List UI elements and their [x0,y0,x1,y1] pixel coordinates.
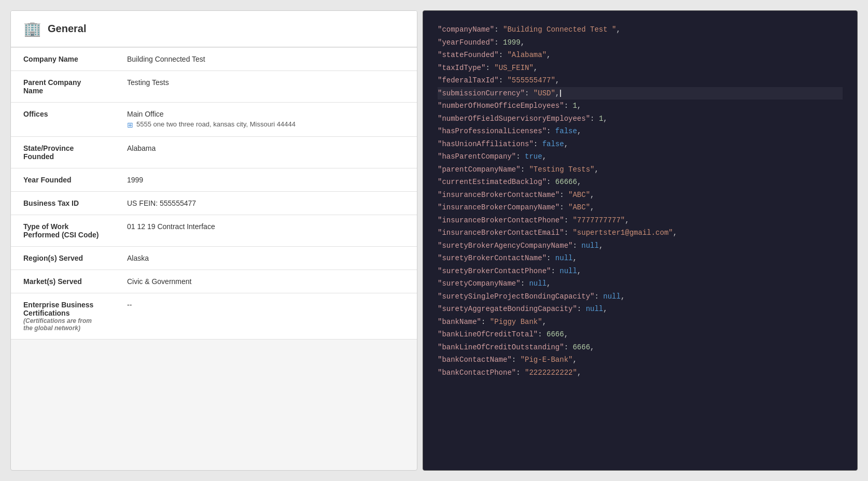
json-key: "federalTaxId" [438,76,499,84]
json-string-value: "Piggy Bank" [490,318,542,326]
json-line: "bankContactName": "Pig-E-Bank", [438,353,843,366]
json-string-value: "Building Connected Test " [503,25,616,34]
json-string-value: "supertster1@gmail.com" [572,229,673,237]
field-label: Year Founded [11,168,115,192]
json-key: "numberOfHomeOfficeEmployees" [438,102,564,110]
json-string-value: "ABC" [568,191,590,199]
json-line: "suretyBrokerContactPhone": null, [438,265,843,278]
json-key: "bankName" [438,318,481,326]
json-line: "bankContactPhone": "2222222222", [438,366,843,379]
json-key: "bankLineOfCreditTotal" [438,330,538,338]
json-line: "hasParentCompany": true, [438,150,843,163]
json-key: "suretyBrokerContactName" [438,254,547,262]
left-panel: 🏢 General Company NameBuilding Connected… [10,10,417,471]
json-number-value: 6666 [547,330,564,338]
json-key: "currentEstimatedBacklog" [438,178,547,186]
json-key: "stateFounded" [438,51,499,59]
field-value: Main Office⊞5555 one two three road, kan… [115,103,417,137]
json-key: "insuranceBrokerContactEmail" [438,229,564,237]
field-label: Enterprise Business Certifications(Certi… [11,293,115,339]
table-row: Company NameBuilding Connected Test [11,48,417,71]
table-row: OfficesMain Office⊞5555 one two three ro… [11,103,417,137]
json-string-value: "US_FEIN" [494,64,534,72]
json-key: "submissionCurrency" [438,89,525,97]
json-line: "suretyBrokerAgencyCompanyName": null, [438,239,843,252]
json-line: "hasProfessionalLicenses": false, [438,125,843,138]
json-key: "insuranceBrokerContactName" [438,191,559,199]
json-key: "suretyCompanyName" [438,279,521,288]
json-null-value: null [586,305,604,313]
json-line: "suretyBrokerContactName": null, [438,252,843,265]
json-line: "stateFounded": "Alabama", [438,49,843,62]
json-line: "insuranceBrokerContactName": "ABC", [438,189,843,202]
json-line: "bankLineOfCreditOutstanding": 6666, [438,341,843,354]
json-bool-value: false [542,140,564,148]
json-key: "insuranceBrokerContactPhone" [438,216,564,224]
json-line: "hasUnionAffiliations": false, [438,138,843,151]
json-line: "taxIdType": "US_FEIN", [438,62,843,75]
building-icon: 🏢 [23,20,41,37]
json-key: "bankContactPhone" [438,369,516,377]
field-value: Building Connected Test [115,48,417,71]
json-number-value: 1 [572,102,577,110]
json-key: "hasUnionAffiliations" [438,140,534,148]
json-line: "bankLineOfCreditTotal": 6666, [438,328,843,341]
json-null-value: null [581,242,599,250]
json-string-value: "555555477" [507,76,555,84]
field-value: Alabama [115,137,417,168]
json-key: "hasParentCompany" [438,152,516,161]
json-line: "insuranceBrokerContactEmail": "supertst… [438,227,843,239]
field-value: 01 12 19 Contract Interface [115,215,417,247]
field-value: Alaska [115,247,417,270]
json-line: "bankName": "Piggy Bank", [438,316,843,329]
json-key: "taxIdType" [438,64,485,72]
json-null-value: null [559,267,577,275]
json-line: "suretySingleProjectBondingCapacity": nu… [438,290,843,303]
field-label: Market(s) Served [11,270,115,293]
json-key: "yearFounded" [438,38,494,47]
cert-note: (Certifications are from the global netw… [23,317,102,332]
json-key: "companyName" [438,25,494,34]
field-label: Offices [11,103,115,137]
json-key: "bankContactName" [438,356,512,364]
json-bool-value: true [525,152,542,161]
field-value: US FEIN: 555555477 [115,192,417,215]
field-label: Parent Company Name [11,71,115,103]
json-line: "federalTaxId": "555555477", [438,74,843,87]
table-row: Market(s) ServedCivic & Government [11,270,417,293]
json-content: "companyName": "Building Connected Test … [438,23,843,379]
json-key: "numberOfFieldSupervisoryEmployees" [438,115,590,123]
json-string-value: "USD" [534,89,555,97]
json-key: "suretyBrokerAgencyCompanyName" [438,242,572,250]
json-line: "yearFounded": 1999, [438,36,843,49]
json-number-value: 1999 [503,38,521,47]
json-string-value: "ABC" [568,203,590,211]
field-label: Region(s) Served [11,247,115,270]
field-label: Business Tax ID [11,192,115,215]
cert-value: -- [127,301,132,309]
json-key: "hasProfessionalLicenses" [438,127,547,135]
json-string-value: "Testing Tests" [529,165,594,174]
json-line: "numberOfHomeOfficeEmployees": 1, [438,100,843,112]
office-name: Main Office [127,110,404,118]
json-key: "suretyAggregateBondingCapacity" [438,305,577,313]
json-key: "insuranceBrokerCompanyName" [438,203,559,211]
field-label: State/Province Founded [11,137,115,168]
json-null-value: null [555,254,573,262]
table-row: Type of Work Performed (CSI Code)01 12 1… [11,215,417,247]
json-line: "suretyCompanyName": null, [438,277,843,290]
json-null-value: null [529,279,547,288]
table-row: Parent Company NameTesting Tests [11,71,417,103]
json-null-value: null [603,292,621,301]
office-address-text: 5555 one two three road, kansas city, Mi… [136,120,296,128]
json-line: "numberOfFieldSupervisoryEmployees": 1, [438,112,843,125]
json-number-value: 6666 [572,343,590,351]
json-line: "insuranceBrokerCompanyName": "ABC", [438,201,843,214]
table-row: State/Province FoundedAlabama [11,137,417,168]
json-string-value: "Pig-E-Bank" [521,356,573,364]
field-label: Type of Work Performed (CSI Code) [11,215,115,247]
table-row: Region(s) ServedAlaska [11,247,417,270]
json-line: "companyName": "Building Connected Test … [438,23,843,36]
json-string-value: "Alabama" [507,51,547,59]
field-value: -- [115,293,417,339]
